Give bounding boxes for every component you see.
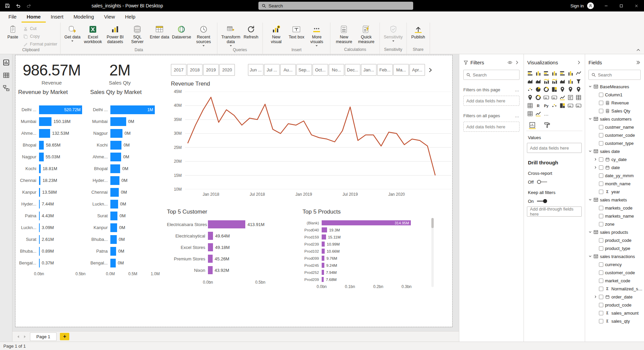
- month-button-apr[interactable]: Apr...: [409, 64, 425, 76]
- chevron-down-icon[interactable]: [588, 198, 592, 201]
- bar[interactable]: [322, 242, 325, 247]
- bar-row-bhuba[interactable]: Bhuba...0M: [90, 233, 161, 245]
- close-button[interactable]: [629, 0, 644, 11]
- gauge-icon[interactable]: [534, 94, 542, 101]
- bar-row-electricalsytical[interactable]: Electricalsytical49.64M: [167, 230, 283, 242]
- field-product-code[interactable]: product_code: [585, 236, 644, 244]
- decomposition-tree-icon[interactable]: [559, 102, 566, 109]
- field-checkbox[interactable]: [599, 93, 603, 97]
- field-table-sales-date[interactable]: sales date: [585, 147, 644, 155]
- bar-row-hyder[interactable]: Hyder...0M: [90, 174, 161, 186]
- get-data-button[interactable]: Get data: [63, 24, 82, 42]
- field-checkbox[interactable]: [599, 238, 603, 243]
- field-checkbox[interactable]: [599, 157, 603, 162]
- menu-modeling[interactable]: Modeling: [68, 11, 99, 23]
- next-page-icon[interactable]: [23, 335, 27, 339]
- month-button-ma[interactable]: Ma...: [393, 64, 409, 76]
- bar-row-prod252[interactable]: Prod2527.94M: [302, 269, 434, 276]
- bar-row-bhopal[interactable]: Bhopal0M: [90, 163, 161, 174]
- bar-row-prod245[interactable]: Prod2459.24M: [302, 262, 434, 269]
- cross-report-toggle[interactable]: [537, 179, 547, 185]
- month-button-dec[interactable]: Dec...: [345, 64, 360, 76]
- bar-row-patna[interactable]: Patna4.43M: [18, 210, 89, 222]
- avatar[interactable]: [587, 2, 594, 9]
- field-checkbox[interactable]: [599, 246, 603, 251]
- azure-map-icon[interactable]: [526, 94, 534, 101]
- paginated-report-icon[interactable]: [526, 110, 534, 118]
- field-table-sales-products[interactable]: sales products: [585, 228, 644, 236]
- area-chart-icon[interactable]: [526, 77, 534, 85]
- filters-search-input[interactable]: [473, 72, 516, 77]
- field-product-code[interactable]: product_code: [585, 301, 644, 309]
- month-button-feb[interactable]: Feb...: [377, 64, 393, 76]
- format-visual-tab[interactable]: [544, 122, 550, 129]
- sql-server-button[interactable]: SQL Server: [126, 24, 148, 45]
- bar-row-premium-stores[interactable]: Premium Stores45.26M: [167, 253, 283, 264]
- field-customer-code[interactable]: customer_code: [585, 131, 644, 139]
- field-checkbox[interactable]: [599, 125, 603, 129]
- field-custmer-name[interactable]: custmer_name: [585, 123, 644, 131]
- bar-row-kanpur[interactable]: Kanpur13.58M: [18, 186, 89, 198]
- bar[interactable]: [110, 129, 122, 138]
- card-icon[interactable]: [542, 94, 550, 101]
- field-column1[interactable]: Column1: [585, 91, 644, 99]
- bar[interactable]: 1M: [110, 105, 155, 114]
- field-checkbox[interactable]: [599, 173, 603, 178]
- minimize-button[interactable]: [599, 0, 614, 11]
- bar[interactable]: [110, 235, 117, 244]
- power-bi-datasets-button[interactable]: Power BI datasets: [104, 24, 126, 45]
- bar[interactable]: [208, 232, 213, 240]
- bar[interactable]: [110, 117, 126, 126]
- bar[interactable]: [110, 164, 120, 173]
- new-measure-button[interactable]: New measure: [333, 24, 355, 45]
- paste-button[interactable]: Paste: [4, 24, 22, 40]
- stacked-bar-chart-icon[interactable]: [526, 69, 534, 77]
- field-order-date[interactable]: order_date: [585, 293, 644, 301]
- r-script-visual-icon[interactable]: R: [534, 102, 542, 109]
- clustered-column-chart-icon[interactable]: [550, 69, 558, 77]
- bar-row-ahme[interactable]: Ahme...0M: [90, 151, 161, 163]
- bar[interactable]: [39, 153, 44, 161]
- field-customer-type[interactable]: customer_type: [585, 139, 644, 147]
- field-cy-date[interactable]: cy_date: [585, 155, 644, 163]
- bar-row-bengal[interactable]: Bengal...0.37M: [18, 257, 89, 269]
- bar[interactable]: [39, 129, 50, 138]
- bar-row-delhi[interactable]: Delhi ...520.72M: [18, 104, 89, 116]
- chevron-right-icon[interactable]: [594, 158, 597, 161]
- bar[interactable]: [322, 263, 324, 268]
- bar-row-nixon[interactable]: Nixon43.92M: [167, 264, 283, 276]
- text-box-button[interactable]: Text box: [287, 24, 306, 40]
- bar-row-electricalsara-stores[interactable]: Electricalsara Stores413.91M: [167, 219, 283, 230]
- bar-row-kochi[interactable]: Kochi18.81M: [18, 163, 89, 174]
- bar[interactable]: [208, 243, 213, 251]
- more-options-icon[interactable]: …: [515, 113, 520, 118]
- publish-button[interactable]: Publish: [409, 24, 427, 40]
- get-more-visuals-icon[interactable]: …: [542, 110, 550, 118]
- field-checkbox[interactable]: [599, 141, 603, 146]
- revenue-by-market-chart[interactable]: Revenue by Market Delhi ...520.72MMumbai…: [18, 89, 89, 277]
- bar-row-mumbai[interactable]: Mumbai150.18M: [18, 116, 89, 127]
- field-markets-name[interactable]: markets_name: [585, 212, 644, 220]
- menu-help[interactable]: Help: [120, 11, 141, 23]
- menu-home[interactable]: Home: [22, 11, 46, 23]
- field-year[interactable]: Σyear: [585, 188, 644, 196]
- bar[interactable]: [110, 176, 119, 185]
- multi-row-card-icon[interactable]: [550, 94, 558, 101]
- stacked-column-chart-icon[interactable]: [534, 69, 542, 77]
- stacked-area-chart-icon[interactable]: [534, 77, 542, 85]
- field-currency[interactable]: currency: [585, 260, 644, 268]
- bar-row-patna[interactable]: Patna0M: [90, 245, 161, 257]
- fields-search[interactable]: [588, 70, 641, 80]
- eye-icon[interactable]: [507, 60, 512, 65]
- field-checkbox[interactable]: [599, 165, 603, 170]
- field-table-basemeasures[interactable]: BaseMeasures: [585, 83, 644, 91]
- page-tab[interactable]: Page 1: [30, 332, 57, 341]
- revenue-trend-chart[interactable]: Revenue Trend 45M40M35M30M25M20M15M10M J…: [171, 81, 451, 197]
- collapse-pane-icon[interactable]: [514, 60, 520, 65]
- sign-in-button[interactable]: Sign in: [570, 3, 587, 8]
- funnel-chart-icon[interactable]: [575, 77, 582, 85]
- prev-page-icon[interactable]: [16, 335, 21, 339]
- line-and-stacked-column-chart-icon[interactable]: [542, 77, 550, 85]
- qna-icon[interactable]: [567, 102, 574, 109]
- table-icon[interactable]: [575, 94, 582, 101]
